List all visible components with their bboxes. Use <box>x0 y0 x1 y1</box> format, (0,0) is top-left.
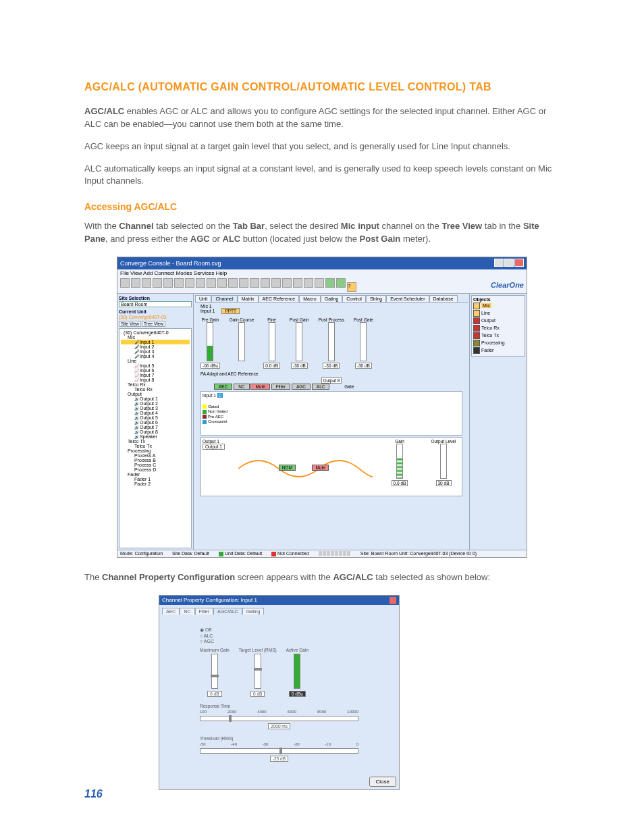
toolbar-icons[interactable]: ? <box>120 278 358 292</box>
section-heading: AGC/ALC (AUTOMATIC GAIN CONTROL/AUTOMATI… <box>84 81 560 93</box>
aec-button[interactable]: AEC <box>214 384 232 390</box>
tree-view[interactable]: (30) Converge840T-0 Mic Input 1 Input 2 … <box>119 328 192 548</box>
gate-button[interactable]: Gate <box>344 384 354 389</box>
active-gain-meter <box>294 654 300 689</box>
close-icon <box>514 259 524 267</box>
alc-button[interactable]: ALC <box>312 384 330 390</box>
status-bar: Mode: Configuration Site Data: Default U… <box>117 550 527 557</box>
agc-button[interactable]: AGC <box>292 384 311 390</box>
matrix-area[interactable]: Input 1 C Gated Non Gated Pre AEC Crossp… <box>200 391 462 436</box>
mute-button-output[interactable]: Mute <box>312 465 328 471</box>
target-level-slider[interactable] <box>254 654 261 689</box>
window-title: Converge Console - Board Room.cvg <box>120 260 221 267</box>
radio-off[interactable]: ◉ Off <box>200 627 358 633</box>
tree-item-input-1[interactable]: Input 1 <box>121 340 190 344</box>
output-area: Output 1 Output 1 NOM Mute Gain 0.0 dB <box>200 437 462 496</box>
minimize-icon <box>494 259 504 267</box>
mute-button[interactable]: Mute <box>250 384 269 390</box>
page-content: AGC/ALC (AUTOMATIC GAIN CONTROL/AUTOMATI… <box>0 0 644 790</box>
tree-root[interactable]: (30) Converge840T-0 <box>121 330 190 335</box>
current-unit-label: Current Unit <box>119 309 192 314</box>
matrix-legend: Gated Non Gated Pre AEC Crosspoint <box>203 404 227 425</box>
objects-pane: Objects Mic Line Output Telco Rx Telco T… <box>469 294 527 550</box>
paragraph-instructions: With the Channel tab selected on the Tab… <box>84 220 560 246</box>
response-time-slider[interactable] <box>200 716 358 721</box>
mic-label: Mic 1 <box>200 304 212 309</box>
pptt-button[interactable]: PPTT <box>221 308 240 314</box>
window-buttons[interactable] <box>493 259 524 268</box>
brand-logo: ClearOne <box>491 281 524 289</box>
main-pane: Unit Channel Matrix AEC Reference Macro … <box>194 294 469 550</box>
toolbar[interactable]: ? ClearOne <box>117 277 527 294</box>
screenshot-channel-property: Channel Property Configuration: Input 1 … <box>159 595 400 790</box>
subheading-accessing: Accessing AGC/ALC <box>84 201 560 212</box>
target-level-value[interactable]: 0 dB <box>250 691 265 697</box>
response-time-value[interactable]: 2000 ms <box>268 723 290 729</box>
property-tabs[interactable]: AEC NC Filter AGC/ALC Gating <box>159 605 399 615</box>
radio-agc[interactable]: ○ AGC <box>200 639 358 644</box>
paragraph-alc: ALC automatically keeps an input signal … <box>84 163 560 188</box>
window-titlebar: Converge Console - Board Room.cvg <box>117 257 527 269</box>
paragraph-result: The Channel Property Configuration scree… <box>84 571 560 584</box>
site-pane-tabs[interactable]: Site ViewTree View <box>119 321 192 327</box>
tab-agc-alc: AGC/ALC <box>213 608 242 615</box>
site-selection-dropdown[interactable]: Board Room <box>119 301 192 307</box>
nc-button[interactable]: NC <box>234 384 249 390</box>
paragraph-intro: AGC/ALC enables AGC or ALC and allows yo… <box>84 105 560 131</box>
close-icon[interactable] <box>390 597 396 604</box>
channel-strip: Pre Gain-06 dBu Gain Course Fine0.0 dB P… <box>195 315 468 371</box>
max-gain-slider[interactable] <box>211 654 218 689</box>
screenshot-console: Converge Console - Board Room.cvg File V… <box>117 257 527 558</box>
current-unit-value: (30) Converge840T-03 <box>119 315 192 319</box>
tab-channel: Channel <box>211 295 237 302</box>
site-selection-label: Site Selection <box>119 296 192 301</box>
threshold-value[interactable]: -25 dB <box>270 756 288 762</box>
page-number: 116 <box>84 788 103 800</box>
window-titlebar-2: Channel Property Configuration: Input 1 <box>159 596 399 605</box>
nom-button[interactable]: NOM <box>279 465 296 471</box>
tab-bar[interactable]: Unit Channel Matrix AEC Reference Macro … <box>195 295 468 303</box>
max-gain-value[interactable]: 6 dB <box>207 691 221 697</box>
input-label: Input 1 <box>200 309 215 313</box>
threshold-slider[interactable] <box>200 748 358 754</box>
filter-button[interactable]: Filter <box>271 384 290 390</box>
paragraph-agc: AGC keeps an input signal at a target ga… <box>84 140 560 153</box>
maximize-icon <box>504 259 514 267</box>
close-button[interactable]: Close <box>369 777 396 787</box>
active-gain-value: 0 dBu <box>289 691 306 697</box>
pa-reference-dropdown[interactable]: Output 8 <box>321 377 342 384</box>
menu-bar[interactable]: File View Add Connect Modes Services Hel… <box>117 269 527 277</box>
radio-alc[interactable]: ○ ALC <box>200 633 358 638</box>
site-pane: Site Selection Board Room Current Unit (… <box>117 294 194 550</box>
